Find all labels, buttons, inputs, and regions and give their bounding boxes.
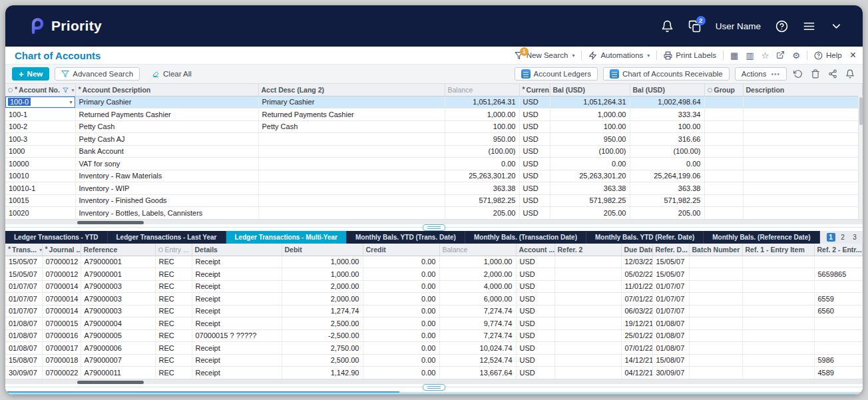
cell[interactable]: 0.00	[445, 158, 519, 170]
cell[interactable]: 07/01/22	[621, 342, 652, 355]
scrollbar-thumb[interactable]	[859, 97, 863, 125]
filter-icon[interactable]	[63, 87, 69, 93]
column-header-balance[interactable]: Balance	[439, 244, 516, 256]
transactions-horizontal-scrollbar[interactable]	[5, 379, 863, 384]
cell[interactable]	[704, 182, 743, 195]
column-header-ref-2-entr[interactable]: Ref. 2 - Entr...	[814, 244, 863, 256]
cell[interactable]: 1,000.00	[282, 256, 363, 268]
cell[interactable]: USD	[519, 108, 550, 121]
cell[interactable]: 07000015	[42, 317, 81, 330]
column-header-batch-number[interactable]: Batch Number	[689, 244, 742, 256]
cell[interactable]	[743, 120, 863, 133]
cell[interactable]: 15/05/07	[5, 268, 42, 281]
cell[interactable]: 01/07/07	[5, 293, 42, 305]
cell[interactable]: USD	[516, 367, 554, 379]
notifications-button[interactable]	[661, 20, 674, 33]
cell[interactable]	[554, 256, 621, 268]
priority-logo[interactable]: Priority	[28, 17, 102, 35]
cell[interactable]: 2,750.00	[282, 342, 363, 355]
cell[interactable]: USD	[516, 280, 554, 293]
open-windows-button[interactable]: 2	[688, 20, 701, 33]
cell[interactable]: Receipt	[192, 367, 282, 379]
cell[interactable]	[554, 280, 621, 293]
cell[interactable]: 9,774.74	[439, 317, 516, 330]
cell[interactable]: USD	[516, 305, 554, 317]
cell[interactable]	[258, 158, 445, 170]
cell[interactable]: 15/08/07	[652, 354, 689, 367]
cell[interactable]: A79000003	[81, 293, 155, 305]
cell[interactable]	[814, 256, 863, 268]
cell[interactable]: 363.38	[445, 182, 519, 195]
table-row[interactable]: 10010-1Inventory - WIP363.38USD363.38363…	[5, 182, 863, 195]
column-header-refer-2[interactable]: Refer. 2	[554, 244, 621, 256]
cell[interactable]	[554, 317, 621, 330]
cell[interactable]: 7,274.74	[439, 305, 516, 317]
cell[interactable]	[742, 293, 814, 305]
cell[interactable]: -2,500.00	[282, 329, 363, 342]
column-header-ref-1-entry-item[interactable]: Ref. 1 - Entry Item	[742, 244, 814, 256]
table-row[interactable]: 1000Bank Account(100.00)USD(100.00)(100.…	[5, 145, 863, 158]
cell[interactable]: Bank Account	[75, 145, 258, 158]
table-row[interactable]: 15/05/0707000012A79000001RECReceipt1,000…	[5, 268, 863, 281]
cell[interactable]	[742, 305, 814, 317]
cell[interactable]: 19/12/21	[621, 317, 652, 330]
cell[interactable]	[689, 317, 742, 330]
cell[interactable]: 07000015 ? ?????	[192, 329, 282, 342]
cell[interactable]: 363.38	[550, 182, 630, 195]
clear-all-button[interactable]: Clear All	[145, 67, 198, 81]
column-header-acct-desc-lang-2[interactable]: Acct Desc (Lang 2)	[258, 84, 445, 96]
delete-button[interactable]	[809, 68, 821, 80]
cell[interactable]: 01/08/07	[5, 329, 42, 342]
table-row[interactable]: 15/08/0707000018A79000007RECReceipt2,500…	[5, 354, 863, 367]
tab-monthly-bals-reference-date[interactable]: Monthly Bals. (Reference Date)	[704, 231, 819, 244]
cell[interactable]: 1000	[5, 145, 75, 158]
panel-splitter[interactable]	[5, 224, 863, 231]
column-header-balance[interactable]: Balance	[445, 84, 519, 96]
cell[interactable]: 0.00	[363, 329, 439, 342]
cell[interactable]: 2,500.00	[282, 317, 363, 330]
cell[interactable]	[554, 293, 621, 305]
user-name[interactable]: User Name	[716, 21, 761, 31]
grid-view-icon[interactable]: ▦	[730, 51, 738, 60]
cell[interactable]: (100.00)	[550, 145, 630, 158]
cell[interactable]: Inventory - Finished Goods	[75, 194, 258, 207]
cell[interactable]: 07000014	[42, 305, 81, 317]
cell[interactable]: 25/01/22	[621, 329, 652, 342]
cell[interactable]: Petty Cash	[75, 120, 258, 133]
cell[interactable]: 2,000.00	[439, 268, 516, 281]
cell[interactable]: A79000001	[81, 268, 155, 281]
cell[interactable]: 0.00	[363, 280, 439, 293]
automations-dropdown[interactable]: Automations ▾	[588, 51, 650, 60]
cell[interactable]: Primary Cashier	[258, 96, 445, 108]
cell[interactable]: 1,274.74	[282, 305, 363, 317]
help-button[interactable]	[775, 20, 788, 33]
table-row[interactable]: 30/09/0707000022A79000011RECReceipt1,142…	[5, 367, 863, 379]
cell[interactable]: A79000003	[81, 280, 155, 293]
cell[interactable]	[689, 268, 742, 281]
cell[interactable]: A79000003	[81, 305, 155, 317]
cell[interactable]: 01/08/07	[652, 342, 689, 355]
cell[interactable]: USD	[516, 256, 554, 268]
favorite-star-icon[interactable]: ☆	[761, 51, 769, 60]
cell[interactable]: 07000018	[42, 354, 81, 367]
cell[interactable]: 15/05/07	[652, 256, 689, 268]
cell[interactable]: REC	[155, 293, 192, 305]
cell[interactable]	[689, 329, 742, 342]
cell[interactable]: REC	[155, 317, 192, 330]
cell[interactable]: REC	[155, 354, 192, 367]
cell[interactable]: 571,982.25	[445, 194, 519, 207]
cell[interactable]	[743, 145, 863, 158]
table-row[interactable]: 01/07/0707000014A79000003RECReceipt1,274…	[5, 305, 863, 317]
cell[interactable]: 205.00	[445, 207, 519, 220]
cell[interactable]: 0.00	[363, 367, 439, 379]
menu-button[interactable]	[803, 20, 815, 33]
cell[interactable]: 10,024.74	[439, 342, 516, 355]
cell[interactable]: USD	[519, 145, 550, 158]
cell[interactable]	[743, 194, 863, 207]
splitter-grip-icon[interactable]	[423, 384, 445, 391]
cell[interactable]	[689, 305, 742, 317]
cell[interactable]	[742, 342, 814, 355]
column-header-trans[interactable]: *Trans...▼	[5, 244, 42, 256]
cell[interactable]: 7,274.74	[439, 329, 516, 342]
column-header-bal-usd[interactable]: Bal (USD)	[630, 84, 704, 96]
